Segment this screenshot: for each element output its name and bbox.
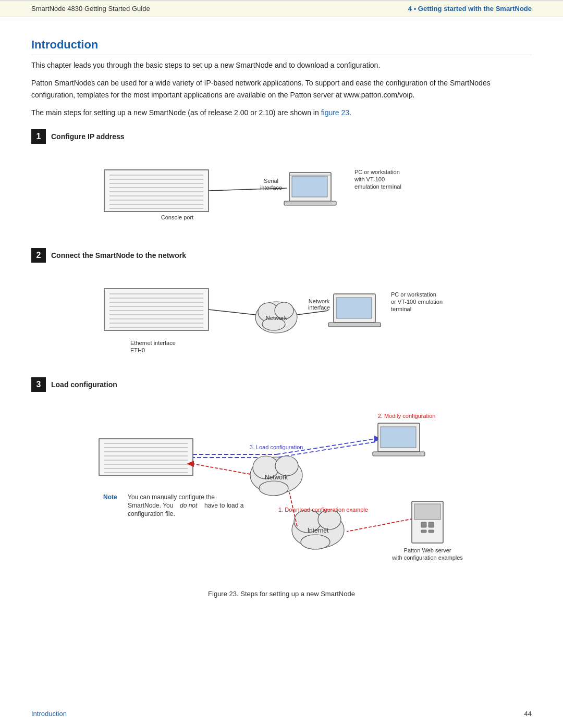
svg-point-71 <box>301 535 330 549</box>
intro-para3: The main steps for setting up a new Smar… <box>31 107 532 118</box>
svg-text:PC or workstation: PC or workstation <box>391 291 436 298</box>
footer-left: Introduction <box>31 710 67 718</box>
svg-rect-0 <box>104 170 209 212</box>
svg-text:Serial: Serial <box>264 178 278 184</box>
svg-text:with VT-100: with VT-100 <box>354 176 385 182</box>
section-title: Introduction <box>31 38 532 55</box>
step3-header: 3 Load configuration <box>31 377 532 392</box>
para3-post: . <box>349 108 351 117</box>
svg-line-75 <box>193 464 250 474</box>
svg-text:Internet: Internet <box>308 527 329 534</box>
svg-text:You can manually configure the: You can manually configure the <box>128 493 215 501</box>
svg-rect-21 <box>104 289 209 330</box>
step3-label: Load configuration <box>51 380 117 389</box>
svg-text:2. Modify configuration: 2. Modify configuration <box>378 413 436 419</box>
diagram-container: 1 Configure IP address Console port <box>31 129 532 598</box>
svg-text:Network: Network <box>309 298 330 304</box>
svg-text:or VT-100 emulation: or VT-100 emulation <box>391 299 443 305</box>
step2-diagram: Ethernet interface ETH0 Network Network … <box>83 268 480 362</box>
intro-para2: Patton SmartNodes can be used for a wide… <box>31 77 532 101</box>
step3-block: 3 Load configuration <box>31 377 532 574</box>
svg-rect-48 <box>99 439 193 475</box>
header-right: 4 • Getting started with the SmartNode <box>408 5 532 13</box>
svg-text:PC or workstation: PC or workstation <box>354 169 400 175</box>
step2-block: 2 Connect the SmartNode to the network E… <box>31 248 532 362</box>
svg-text:Console port: Console port <box>161 214 193 220</box>
svg-rect-80 <box>381 427 416 448</box>
svg-rect-79 <box>373 452 425 456</box>
svg-line-33 <box>209 310 255 315</box>
intro-para1: This chapter leads you through the basic… <box>31 59 532 71</box>
step3-number: 3 <box>31 377 46 392</box>
svg-point-66 <box>259 481 288 496</box>
svg-text:have to load a: have to load a <box>204 502 244 509</box>
para3-pre: The main steps for setting up a new Smar… <box>31 108 321 117</box>
svg-point-65 <box>275 456 298 476</box>
footer-right: 44 <box>524 710 532 718</box>
svg-rect-44 <box>336 298 372 318</box>
svg-text:configuration file.: configuration file. <box>128 510 175 517</box>
svg-text:interface: interface <box>260 184 282 191</box>
svg-text:ETH0: ETH0 <box>130 347 145 353</box>
header-left: SmartNode 4830 Getting Started Guide <box>31 5 150 13</box>
svg-text:do not: do not <box>180 502 198 509</box>
svg-rect-85 <box>429 522 434 527</box>
svg-text:3. Load configuration: 3. Load configuration <box>250 444 303 450</box>
svg-text:terminal: terminal <box>391 306 411 312</box>
svg-rect-15 <box>284 201 336 205</box>
step2-label: Connect the SmartNode to the network <box>51 251 186 260</box>
svg-text:interface: interface <box>308 304 330 311</box>
svg-rect-84 <box>421 522 426 527</box>
step2-number: 2 <box>31 248 46 263</box>
step2-header: 2 Connect the SmartNode to the network <box>31 248 532 263</box>
step3-diagram: 3. Load configuration Network Internet <box>83 397 480 574</box>
svg-line-39 <box>297 311 328 315</box>
svg-rect-17 <box>292 176 327 197</box>
step1-block: 1 Configure IP address Console port <box>31 129 532 232</box>
figure-caption: Figure 23. Steps for setting up a new Sm… <box>31 590 532 598</box>
svg-text:SmartNode. You: SmartNode. You <box>128 502 173 509</box>
main-content: Introduction This chapter leads you thro… <box>0 17 563 629</box>
svg-text:Patton Web server: Patton Web server <box>404 547 451 553</box>
svg-text:Network: Network <box>266 315 287 321</box>
figure23-link[interactable]: figure 23 <box>321 108 349 117</box>
page-footer: Introduction 44 <box>0 710 563 718</box>
svg-text:Note: Note <box>103 493 117 501</box>
svg-text:with configuration examples: with configuration examples <box>391 554 463 561</box>
svg-text:Ethernet interface: Ethernet interface <box>130 340 176 346</box>
step1-number: 1 <box>31 129 46 144</box>
svg-rect-43 <box>328 323 381 327</box>
svg-rect-86 <box>421 530 426 533</box>
header-bar: SmartNode 4830 Getting Started Guide 4 •… <box>0 0 563 17</box>
svg-text:emulation terminal: emulation terminal <box>354 183 401 190</box>
step1-diagram: Console port Serial interface PC or work… <box>83 149 480 232</box>
svg-text:Network: Network <box>265 474 288 481</box>
svg-rect-83 <box>414 504 440 520</box>
svg-text:1. Download configuration exam: 1. Download configuration example <box>278 507 368 513</box>
svg-line-73 <box>347 517 422 532</box>
svg-rect-87 <box>429 530 434 533</box>
step1-header: 1 Configure IP address <box>31 129 532 144</box>
step1-label: Configure IP address <box>51 132 125 141</box>
